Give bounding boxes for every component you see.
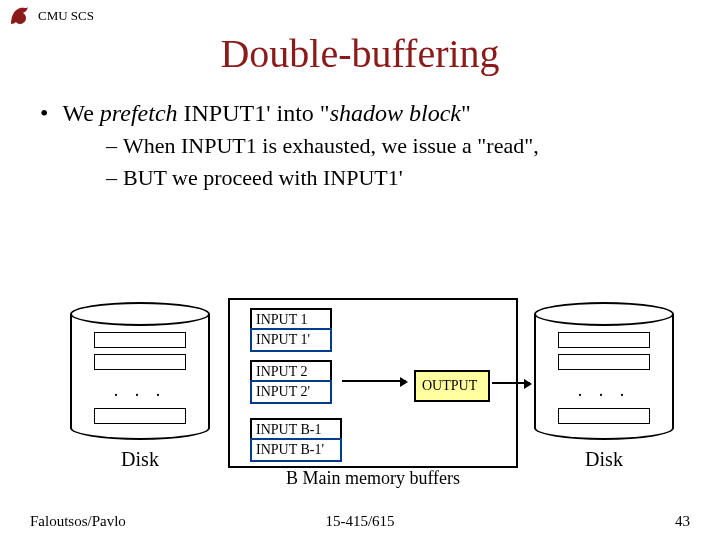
footer-course: 15-415/615 <box>0 513 720 530</box>
disk-slot <box>558 408 650 424</box>
sub-bullet-1: –When INPUT1 is exhausted, we issue a "r… <box>40 129 680 161</box>
bullet-text: We prefetch INPUT1' into "shadow block" <box>62 97 470 129</box>
inputBp-buffer: INPUT B-1' <box>250 438 342 462</box>
bullet-dot-icon: • <box>40 97 48 129</box>
output-buffer: OUTPUT <box>414 370 490 402</box>
dots-icon: . . . <box>534 380 674 401</box>
disk-slot <box>94 332 186 348</box>
dash-icon: – <box>106 165 117 190</box>
memory-box: INPUT 1 INPUT 1' INPUT 2 INPUT 2' INPUT … <box>228 298 518 468</box>
griffin-logo-icon <box>8 4 32 28</box>
diagram: . . . Disk . . . Disk INPUT 1 INPUT 1' I… <box>0 300 720 510</box>
dash-icon: – <box>106 133 117 158</box>
page-number: 43 <box>675 513 690 530</box>
input2p-buffer: INPUT 2' <box>250 380 332 404</box>
input1p-buffer: INPUT 1' <box>250 328 332 352</box>
arrow-icon <box>342 380 406 382</box>
org-label: CMU SCS <box>38 8 94 24</box>
disk-right-label: Disk <box>534 448 674 471</box>
arrow-icon <box>492 382 530 384</box>
slide-title: Double-buffering <box>0 30 720 77</box>
header: CMU SCS <box>0 0 720 28</box>
disk-slot <box>558 332 650 348</box>
bullet-1: • We prefetch INPUT1' into "shadow block… <box>40 97 680 129</box>
content: • We prefetch INPUT1' into "shadow block… <box>0 77 720 193</box>
disk-right: . . . Disk <box>534 302 674 442</box>
disk-slot <box>558 354 650 370</box>
disk-slot <box>94 408 186 424</box>
memory-caption: B Main memory buffers <box>228 468 518 489</box>
disk-left: . . . Disk <box>70 302 210 442</box>
disk-slot <box>94 354 186 370</box>
sub-bullet-2: –BUT we proceed with INPUT1' <box>40 161 680 193</box>
dots-icon: . . . <box>70 380 210 401</box>
disk-left-label: Disk <box>70 448 210 471</box>
